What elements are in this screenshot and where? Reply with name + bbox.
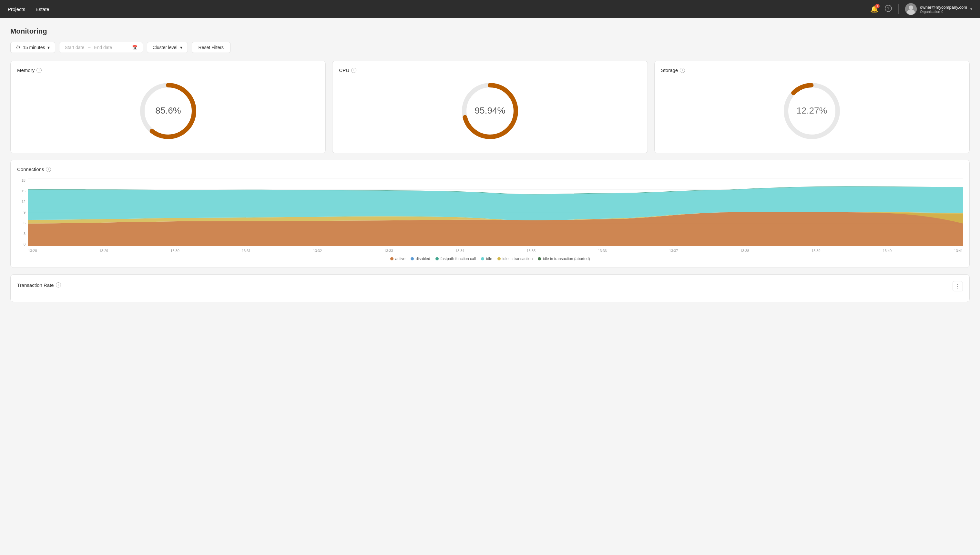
connections-title: Connections i [17, 167, 51, 172]
nav-projects[interactable]: Projects [8, 6, 25, 12]
legend-active-dot [390, 257, 394, 260]
connections-title-row: Connections i [17, 167, 963, 175]
storage-title: Storage i [661, 67, 685, 73]
three-dot-icon: ⋮ [955, 283, 960, 289]
transaction-rate-title-row: Transaction Rate i ⋮ [17, 281, 963, 291]
x-label-1341: 13:41 [954, 249, 963, 253]
filter-bar: ⏱ 15 minutes ▾ Start date → End date 📅 C… [10, 42, 970, 53]
navbar: Projects Estate 🔔 1 ? owner@mycompan [0, 0, 980, 18]
time-filter-label: 15 minutes [23, 45, 45, 50]
legend-active: active [390, 257, 405, 261]
svg-point-3 [909, 5, 913, 10]
legend-active-label: active [395, 257, 405, 261]
legend-idle-transaction-label: idle in transaction [503, 257, 533, 261]
cpu-info-icon[interactable]: i [351, 68, 357, 73]
chevron-down-icon-cluster: ▾ [180, 45, 182, 50]
reset-filters-button[interactable]: Reset Filters [192, 42, 231, 53]
legend-idle-label: idle [486, 257, 492, 261]
legend-disabled: disabled [411, 257, 430, 261]
x-label-1332: 13:32 [313, 249, 322, 253]
user-org: Organization-0 [920, 10, 967, 14]
storage-gauge-container: 12.27% [661, 75, 963, 146]
user-email: owner@mycompany.com [920, 5, 967, 10]
storage-card: Storage i 12.27% [654, 61, 970, 153]
storage-gauge: 12.27% [779, 79, 844, 143]
legend-fastpath-label: fastpath function call [440, 257, 476, 261]
x-axis: 13:28 13:29 13:30 13:31 13:32 13:33 13:3… [28, 249, 963, 253]
cpu-title: CPU i [339, 67, 357, 73]
y-label-18: 18 [17, 178, 27, 182]
svg-text:12.27%: 12.27% [797, 106, 827, 115]
connections-legend: active disabled fastpath function call i… [17, 257, 963, 261]
legend-idle-transaction-aborted-dot [538, 257, 541, 260]
cluster-filter-label: Cluster level [153, 45, 177, 50]
memory-title: Memory i [17, 67, 42, 73]
chevron-down-icon: ▾ [47, 45, 50, 50]
legend-idle-dot [481, 257, 484, 260]
legend-idle-transaction-aborted-label: idle in transaction (aborted) [543, 257, 590, 261]
legend-idle-transaction-dot [497, 257, 501, 260]
transaction-rate-info-icon[interactable]: i [56, 282, 61, 287]
memory-gauge-container: 85.6% [17, 75, 319, 146]
cluster-filter-button[interactable]: Cluster level ▾ [147, 42, 188, 53]
user-details: owner@mycompany.com Organization-0 [920, 5, 967, 14]
transaction-rate-title: Transaction Rate i [17, 282, 61, 288]
cpu-gauge-container: 95.94% [339, 75, 641, 146]
svg-text:?: ? [887, 6, 889, 11]
legend-fastpath: fastpath function call [435, 257, 476, 261]
legend-idle-transaction: idle in transaction [497, 257, 533, 261]
legend-idle: idle [481, 257, 492, 261]
y-label-9: 9 [17, 210, 27, 214]
x-label-1340: 13:40 [883, 249, 892, 253]
x-label-1337: 13:37 [669, 249, 678, 253]
memory-info-icon[interactable]: i [37, 68, 42, 73]
svg-point-4 [907, 10, 915, 15]
nav-left: Projects Estate [8, 6, 50, 12]
x-label-1330: 13:30 [170, 249, 180, 253]
storage-info-icon[interactable]: i [680, 68, 685, 73]
x-label-1328: 13:28 [28, 249, 37, 253]
avatar-icon [905, 3, 917, 15]
legend-fastpath-dot [435, 257, 439, 260]
connections-info-icon[interactable]: i [46, 167, 51, 172]
legend-idle-transaction-aborted: idle in transaction (aborted) [538, 257, 590, 261]
help-icon: ? [885, 5, 892, 12]
chart-inner [28, 178, 963, 246]
x-label-1329: 13:29 [100, 249, 108, 253]
svg-text:95.94%: 95.94% [475, 106, 506, 115]
y-label-0: 0 [17, 242, 27, 246]
main-content: Monitoring ⏱ 15 minutes ▾ Start date → E… [0, 18, 980, 318]
transaction-rate-card: Transaction Rate i ⋮ [10, 274, 970, 302]
chevron-down-icon: ▾ [970, 7, 972, 11]
user-menu[interactable]: owner@mycompany.com Organization-0 ▾ [905, 3, 972, 15]
y-label-3: 3 [17, 232, 27, 236]
page-title: Monitoring [10, 27, 970, 35]
notification-badge: 1 [875, 4, 880, 8]
svg-text:85.6%: 85.6% [155, 106, 181, 115]
transaction-rate-menu-button[interactable]: ⋮ [953, 281, 963, 291]
clock-icon: ⏱ [16, 45, 20, 50]
x-label-1339: 13:39 [811, 249, 821, 253]
nav-estate[interactable]: Estate [35, 6, 50, 12]
legend-disabled-dot [411, 257, 414, 260]
x-label-1335: 13:35 [527, 249, 535, 253]
y-axis: 0 3 6 9 12 15 18 [17, 178, 27, 246]
connections-svg [28, 178, 963, 246]
y-label-6: 6 [17, 221, 27, 225]
cpu-gauge: 95.94% [458, 79, 522, 143]
help-button[interactable]: ? [885, 5, 892, 14]
memory-card: Memory i 85.6% [10, 61, 326, 153]
cpu-card: CPU i 95.94% [332, 61, 647, 153]
x-label-1331: 13:31 [242, 249, 251, 253]
x-label-1336: 13:36 [598, 249, 607, 253]
avatar [905, 3, 917, 15]
end-date-label: End date [94, 45, 112, 50]
start-date-label: Start date [64, 45, 84, 50]
notification-button[interactable]: 🔔 1 [870, 5, 878, 13]
y-label-12: 12 [17, 200, 27, 204]
connections-chart-area: 0 3 6 9 12 15 18 [17, 178, 963, 253]
x-label-1338: 13:38 [740, 249, 749, 253]
time-filter-button[interactable]: ⏱ 15 minutes ▾ [10, 42, 55, 53]
nav-divider [898, 4, 899, 14]
date-range-button[interactable]: Start date → End date 📅 [59, 42, 143, 53]
